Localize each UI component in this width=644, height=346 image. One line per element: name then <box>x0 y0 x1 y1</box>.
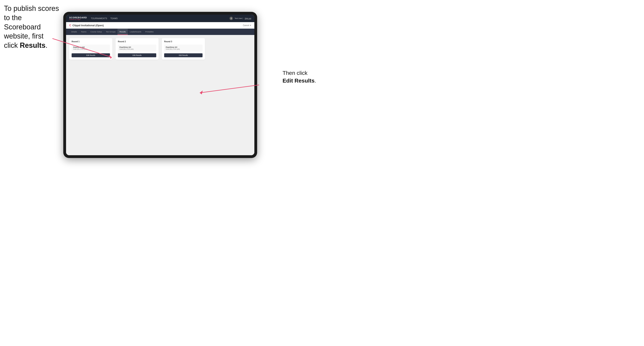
nav-tournaments[interactable]: TOURNAMENTS <box>91 17 107 20</box>
instruction-right-text: Then clickEdit Results. <box>282 70 316 84</box>
round-3-card: Round 3 Peachtree GC Gold (M) (7010 yds)… <box>162 38 205 60</box>
round-1-edit-results-button[interactable]: Edit Results <box>72 53 110 57</box>
round-3-course-details: Gold (M) (7010 yds) <box>166 48 201 50</box>
c-logo: C <box>69 24 71 27</box>
round-1-course-card: Peachtree GC Gold (M) (7010 yds) <box>72 45 110 51</box>
sign-out[interactable]: Sign out <box>245 17 251 19</box>
round-2-course-name: Peachtree GC <box>120 46 155 48</box>
cancel-button[interactable]: Cancel ✕ <box>243 24 251 26</box>
tablet: SCOREBOARD Powered by clippd TOURNAMENTS… <box>63 12 257 158</box>
empty-column <box>208 38 251 60</box>
results-bold: Results <box>20 41 46 49</box>
round-2-edit-results-button[interactable]: Edit Results <box>118 53 156 57</box>
tablet-screen: SCOREBOARD Powered by clippd TOURNAMENTS… <box>66 15 254 155</box>
tab-tee-groups[interactable]: Tee Groups <box>104 29 118 35</box>
sub-header: C Clippd Invitational (Open) Cancel ✕ <box>66 22 254 29</box>
round-2-course-card: Peachtree GC Gold (M) (7010 yds) <box>118 45 156 51</box>
nav-right: Test User | Sign out <box>230 16 251 20</box>
instruction-right: Then clickEdit Results. <box>282 69 316 85</box>
user-icon <box>230 16 233 20</box>
tournament-name: Clippd Invitational (Open) <box>72 24 104 27</box>
tab-details[interactable]: Details <box>69 29 79 35</box>
tab-results[interactable]: Results <box>118 29 128 35</box>
round-3-title: Round 3 <box>164 40 202 43</box>
round-2-course-details: Gold (M) (7010 yds) <box>120 48 155 50</box>
logo-area: SCOREBOARD Powered by clippd <box>69 16 87 20</box>
tab-leaderboards[interactable]: Leaderboards <box>128 29 144 35</box>
round-1-title: Round 1 <box>72 40 110 43</box>
logo-sub: Powered by clippd <box>69 19 87 20</box>
logo-text: SCOREBOARD <box>69 16 87 19</box>
nav-links: TOURNAMENTS TEAMS <box>91 17 230 20</box>
edit-results-bold: Edit Results <box>282 78 314 84</box>
round-3-course-name: Peachtree GC <box>166 46 201 48</box>
round-2-title: Round 2 <box>118 40 156 43</box>
svg-point-0 <box>231 17 232 18</box>
tab-course-setup[interactable]: Course Setup <box>88 29 104 35</box>
round-1-card: Round 1 Peachtree GC Gold (M) (7010 yds)… <box>69 38 112 60</box>
user-text: Test User | <box>234 17 243 19</box>
tab-teams[interactable]: Teams <box>79 29 88 35</box>
tournament-title: C Clippd Invitational (Open) <box>69 24 104 27</box>
round-3-edit-results-button[interactable]: Edit Results <box>164 53 202 57</box>
instruction-line1: To publish scoresto the Scoreboardwebsit… <box>4 4 59 49</box>
round-2-card: Round 2 Peachtree GC Gold (M) (7010 yds)… <box>116 38 159 60</box>
rounds-grid: Round 1 Peachtree GC Gold (M) (7010 yds)… <box>69 38 251 60</box>
nav-teams[interactable]: TEAMS <box>110 17 118 20</box>
tab-printables[interactable]: Printables <box>144 29 156 35</box>
instruction-left: To publish scoresto the Scoreboardwebsit… <box>4 4 59 50</box>
round-3-course-card: Peachtree GC Gold (M) (7010 yds) <box>164 45 202 51</box>
top-nav: SCOREBOARD Powered by clippd TOURNAMENTS… <box>66 15 254 22</box>
round-1-course-details: Gold (M) (7010 yds) <box>73 48 108 50</box>
round-1-course-name: Peachtree GC <box>73 46 108 48</box>
main-content: Round 1 Peachtree GC Gold (M) (7010 yds)… <box>66 35 254 155</box>
tabs-bar: Details Teams Course Setup Tee Groups Re… <box>66 29 254 35</box>
